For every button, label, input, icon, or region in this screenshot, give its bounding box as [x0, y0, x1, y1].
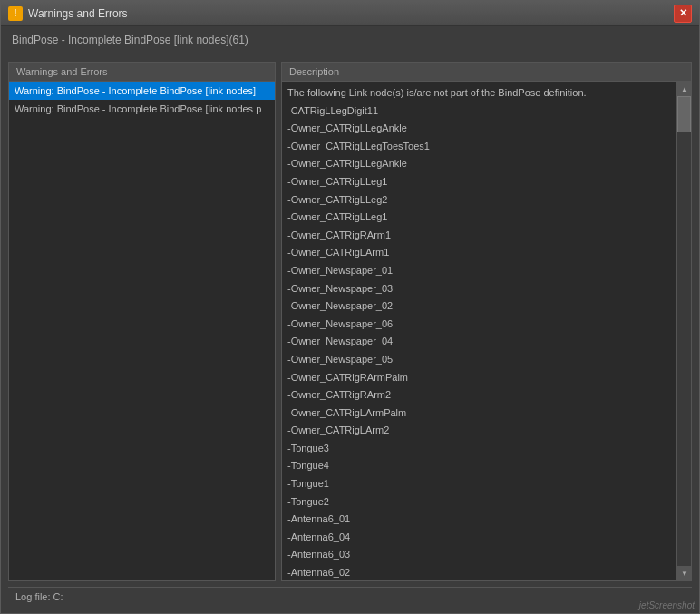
main-window: ! Warnings and Errors ✕ BindPose - Incom… [0, 0, 700, 614]
scrollbar-down-btn[interactable]: ▼ [677, 566, 692, 580]
description-item: -CATRigLLegDigit11 [287, 103, 671, 120]
panels-row: Warnings and Errors Warning: BindPose - … [8, 62, 692, 581]
description-panel-body: The following Link node(s) is/are not pa… [281, 81, 692, 581]
description-item: -Antenna6_03 [287, 547, 671, 563]
warnings-list: Warning: BindPose - Incomplete BindPose … [9, 82, 275, 118]
log-bar-label: Log file: C: [15, 591, 63, 602]
description-item: -Owner_CATRigLLeg1 [287, 174, 671, 190]
description-item: -Owner_CATRigRArm1 [287, 228, 671, 244]
title-bar-icon: ! [8, 6, 23, 21]
description-item: -Owner_CATRigLLegAnkle [287, 121, 671, 137]
scrollbar-track[interactable]: ▲ ▼ [676, 82, 691, 580]
description-item: -Owner_CATRigLArm2 [287, 423, 671, 439]
description-item: -Antenna6_04 [287, 530, 671, 546]
description-item: -Tongue3 [287, 441, 671, 457]
description-item: -Owner_Newspaper_05 [287, 352, 671, 368]
log-bar: Log file: C: [8, 587, 692, 606]
description-intro: The following Link node(s) is/are not pa… [287, 85, 671, 102]
description-item: -Owner_CATRigLLegToesToes1 [287, 139, 671, 155]
description-item: -Owner_Newspaper_02 [287, 298, 671, 315]
scrollbar-thumb-area [677, 96, 691, 566]
description-item: -Owner_CATRigLLeg2 [287, 192, 671, 209]
description-item: -Owner_CATRigLArmPalm [287, 405, 671, 422]
description-item: -Owner_CATRigLArm1 [287, 245, 671, 261]
title-bar: ! Warnings and Errors ✕ [1, 1, 699, 26]
scrollbar-up-btn[interactable]: ▲ [677, 82, 692, 96]
description-item: -Owner_CATRigRArmPalm [287, 370, 671, 386]
warning-item[interactable]: Warning: BindPose - Incomplete BindPose … [9, 100, 275, 118]
description-item: -Owner_Newspaper_04 [287, 334, 671, 350]
title-bar-title: Warnings and Errors [28, 7, 674, 20]
description-item: -Owner_CATRigLLeg1 [287, 210, 671, 226]
warnings-panel-header: Warnings and Errors [8, 62, 276, 81]
right-panel: Description The following Link node(s) i… [281, 62, 692, 581]
description-item: -Owner_Newspaper_03 [287, 281, 671, 297]
description-item: -Owner_Newspaper_06 [287, 317, 671, 333]
description-item: -Tongue4 [287, 458, 671, 474]
description-item: -Tongue1 [287, 476, 671, 492]
main-content: Warnings and Errors Warning: BindPose - … [1, 54, 699, 613]
subtitle-text: BindPose - Incomplete BindPose [link nod… [12, 34, 248, 46]
description-item: -Owner_CATRigRArm2 [287, 387, 671, 404]
description-item: -Tongue2 [287, 494, 671, 511]
left-panel: Warnings and Errors Warning: BindPose - … [8, 62, 276, 581]
description-item: -Owner_Newspaper_01 [287, 263, 671, 279]
close-button[interactable]: ✕ [674, 5, 692, 23]
warnings-panel-body: Warning: BindPose - Incomplete BindPose … [8, 81, 276, 581]
description-item: -Owner_CATRigLLegAnkle [287, 156, 671, 172]
description-item: -Antenna6_01 [287, 512, 671, 528]
subtitle-bar: BindPose - Incomplete BindPose [link nod… [1, 26, 699, 54]
description-item: -Antenna6_02 [287, 565, 671, 580]
watermark: jetScreenshot [639, 600, 695, 610]
description-panel-header: Description [281, 62, 692, 81]
description-text: The following Link node(s) is/are not pa… [282, 82, 676, 580]
warning-item[interactable]: Warning: BindPose - Incomplete BindPose … [9, 82, 275, 100]
scrollbar-thumb[interactable] [677, 96, 691, 132]
